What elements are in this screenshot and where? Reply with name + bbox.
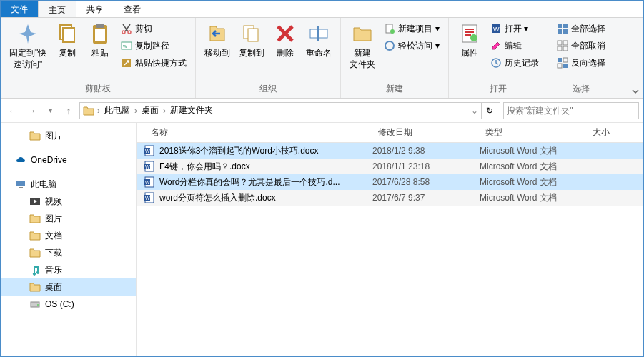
svg-rect-33: [563, 64, 568, 68]
svg-text:W: W: [145, 164, 150, 169]
search-input[interactable]: [507, 106, 635, 116]
svg-rect-25: [563, 29, 568, 34]
easyaccess-button[interactable]: 轻松访问 ▾: [380, 38, 443, 54]
copy-button[interactable]: 复制: [51, 19, 84, 62]
selectnone-button[interactable]: 全部取消: [553, 38, 610, 54]
copyto-button[interactable]: 复制到: [234, 19, 269, 62]
group-label-new: 新建: [345, 81, 443, 96]
svg-rect-28: [558, 46, 562, 51]
svg-rect-35: [19, 187, 23, 188]
sidebar-item[interactable]: 图片: [1, 127, 136, 144]
sidebar-item[interactable]: 图片: [1, 210, 136, 227]
sidebar-item[interactable]: OneDrive: [1, 151, 136, 169]
open-button[interactable]: W 打开 ▾: [486, 21, 543, 36]
col-name[interactable]: 名称: [137, 126, 372, 139]
svg-rect-1: [63, 28, 74, 42]
copy-icon: [56, 22, 79, 45]
nav-recent-button[interactable]: ▾: [42, 103, 58, 119]
search-box[interactable]: [503, 102, 639, 119]
folder-icon: [29, 281, 41, 293]
copypath-button[interactable]: w 复制路径: [117, 38, 191, 54]
svg-rect-24: [558, 29, 562, 34]
refresh-button[interactable]: ↻: [481, 103, 497, 119]
drive-icon: [29, 298, 41, 310]
properties-button[interactable]: 属性: [453, 19, 486, 62]
nav-forward-button[interactable]: →: [24, 103, 39, 119]
breadcrumb-seg-2[interactable]: 新建文件夹: [169, 104, 214, 116]
history-button[interactable]: 历史记录: [486, 55, 543, 71]
svg-point-38: [37, 304, 39, 306]
breadcrumb-seg-0[interactable]: 此电脑: [103, 104, 132, 116]
file-row[interactable]: WWord分栏你真的会吗？尤其是最后一个技巧.d...2017/6/28 8:5…: [137, 174, 643, 190]
file-row[interactable]: WF4键，你会用吗？.docx2018/1/1 23:18Microsoft W…: [137, 159, 643, 174]
chevron-right-icon[interactable]: ›: [162, 106, 167, 116]
address-bar: ← → ▾ ↑ › 此电脑 › 桌面 › 新建文件夹 ⌄ ↻: [1, 99, 643, 123]
chevron-right-icon[interactable]: ›: [96, 106, 101, 116]
shortcut-icon: [121, 57, 132, 69]
paste-button[interactable]: 粘贴: [84, 19, 117, 62]
folder-icon: [29, 130, 41, 141]
video-icon: [29, 196, 41, 207]
delete-button[interactable]: 删除: [269, 19, 302, 62]
pasteshortcut-button[interactable]: 粘贴快捷方式: [117, 55, 191, 71]
breadcrumb-seg-1[interactable]: 桌面: [140, 104, 160, 116]
invertselect-button[interactable]: 反向选择: [553, 55, 610, 71]
svg-point-6: [128, 31, 131, 34]
cut-button[interactable]: 剪切: [117, 21, 191, 36]
svg-point-15: [390, 29, 395, 34]
file-date: 2018/1/1 23:18: [372, 161, 480, 171]
col-type[interactable]: 类型: [480, 126, 587, 139]
nav-back-button[interactable]: ←: [5, 103, 21, 119]
breadcrumb[interactable]: › 此电脑 › 桌面 › 新建文件夹 ⌄ ↻: [79, 102, 500, 119]
sidebar-item[interactable]: 音乐: [1, 261, 136, 278]
file-type: Microsoft Word 文档: [480, 192, 587, 204]
file-row[interactable]: Wword分页符怎么插入删除.docx2017/6/7 9:37Microsof…: [137, 190, 643, 206]
tab-home[interactable]: 主页: [38, 1, 76, 17]
sidebar-item[interactable]: 文档: [1, 227, 136, 244]
folder-icon: [29, 247, 41, 258]
col-size[interactable]: 大小: [587, 126, 643, 139]
file-type: Microsoft Word 文档: [480, 145, 587, 157]
pin-quickaccess-button[interactable]: 固定到"快 速访问": [5, 19, 51, 73]
sidebar-item[interactable]: 下载: [1, 244, 136, 261]
tab-view[interactable]: 查看: [114, 1, 151, 17]
properties-icon: [458, 22, 481, 45]
ribbon-tabs: 文件 主页 共享 查看: [1, 1, 643, 18]
newfolder-button[interactable]: 新建 文件夹: [345, 19, 380, 73]
nav-up-button[interactable]: ↑: [61, 103, 76, 119]
selectall-button[interactable]: 全部选择: [553, 21, 610, 36]
edit-button[interactable]: 编辑: [486, 38, 543, 54]
easyaccess-icon: [384, 40, 395, 51]
sidebar-item-label: 下载: [45, 247, 62, 259]
copyto-icon: [240, 22, 263, 45]
tab-share[interactable]: 共享: [76, 1, 114, 17]
group-clipboard: 固定到"快 速访问" 复制 粘贴 剪切 w 复制路径: [1, 18, 196, 98]
file-row[interactable]: W2018送你3个溜到起飞的Word小技巧.docx2018/1/2 9:38M…: [137, 143, 643, 159]
sidebar-item-label: 图片: [45, 130, 62, 142]
selectnone-icon: [557, 40, 568, 51]
sidebar-item[interactable]: 此电脑: [1, 176, 136, 193]
nav-sidebar[interactable]: 图片OneDrive此电脑视频图片文档下载音乐桌面OS (C:): [1, 123, 137, 356]
col-date[interactable]: 修改日期: [372, 126, 480, 139]
tab-file[interactable]: 文件: [1, 1, 38, 17]
group-label-clipboard: 剪贴板: [5, 81, 191, 96]
file-name: 2018送你3个溜到起飞的Word小技巧.docx: [159, 145, 319, 157]
pin-icon: [16, 22, 39, 45]
ribbon-collapse-icon[interactable]: [630, 86, 640, 96]
svg-text:W: W: [145, 149, 150, 154]
newitem-button[interactable]: 新建项目 ▾: [380, 21, 443, 36]
chevron-right-icon[interactable]: ›: [133, 106, 139, 116]
sidebar-item[interactable]: 桌面: [1, 278, 136, 296]
rename-button[interactable]: 重命名: [302, 19, 336, 62]
moveto-button[interactable]: 移动到: [200, 19, 234, 62]
file-date: 2017/6/28 8:58: [372, 177, 480, 187]
svg-rect-32: [558, 64, 562, 68]
svg-rect-23: [563, 24, 568, 28]
sidebar-item-label: 图片: [45, 213, 62, 225]
folder-icon: [29, 230, 41, 241]
svg-rect-13: [317, 26, 319, 41]
sidebar-item[interactable]: 视频: [1, 193, 136, 210]
sidebar-item[interactable]: OS (C:): [1, 296, 136, 313]
group-organize: 移动到 复制到 删除 重命名 组织: [196, 18, 341, 98]
chevron-down-icon[interactable]: ⌄: [470, 106, 480, 116]
